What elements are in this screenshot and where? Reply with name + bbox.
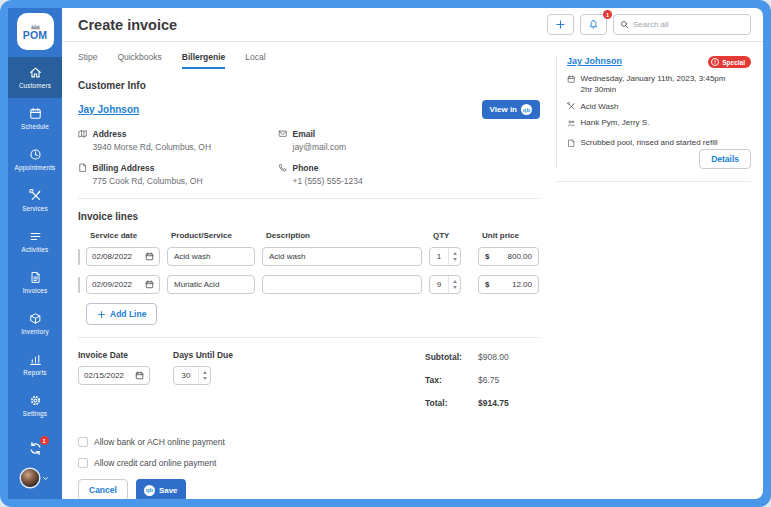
unit-price-input[interactable] (492, 252, 532, 261)
clock-icon (29, 148, 42, 161)
col-service-date: Service date (86, 231, 160, 240)
add-line-button[interactable]: Add Line (86, 303, 157, 325)
appointment-panel: Jay Johnson ! Special Wednesday, January… (556, 56, 751, 194)
tab-local[interactable]: Local (245, 52, 265, 69)
user-menu[interactable] (21, 469, 49, 487)
field-label: Billing Address (93, 163, 155, 173)
qty-spinner[interactable] (448, 248, 460, 265)
sidebar-bottom: 1 (21, 441, 49, 487)
credit-card-payment-checkbox[interactable] (78, 458, 88, 468)
qty-input[interactable] (430, 252, 448, 261)
tab-stipe[interactable]: Stipe (78, 52, 97, 69)
calendar-icon[interactable] (145, 252, 154, 261)
subtotal-row: Subtotal: $908.00 (425, 352, 540, 362)
ach-payment-checkbox[interactable] (78, 437, 88, 447)
sidebar-item-label: Customers (19, 82, 51, 89)
search-box (613, 14, 751, 35)
sidebar-item-customers[interactable]: Customers (8, 57, 62, 98)
unit-price-input[interactable] (492, 280, 532, 289)
sidebar-nav: Customers Schedule Appointments Services… (8, 57, 62, 426)
product-input[interactable] (174, 280, 248, 289)
invoice-line-row: $ (78, 275, 540, 294)
tab-billergenie[interactable]: Billergenie (182, 52, 225, 69)
calendar-icon[interactable] (145, 280, 154, 289)
tabs: Stipe Quickbooks Billergenie Local (78, 42, 540, 69)
divider (78, 337, 540, 338)
description-input[interactable] (269, 280, 415, 289)
appointment-customer-link[interactable]: Jay Johnson (567, 56, 622, 66)
product-field (167, 275, 255, 294)
qty-input[interactable] (430, 280, 448, 289)
view-in-quickbooks-button[interactable]: View in qb (482, 100, 540, 119)
search-input[interactable] (633, 20, 744, 29)
tab-quickbooks[interactable]: Quickbooks (117, 52, 161, 69)
appointment-duration: 2hr 30min (581, 85, 726, 96)
spinner-up-icon[interactable] (453, 280, 457, 283)
info-field-email: Email jay@mail.com (278, 129, 528, 152)
customer-name-link[interactable]: Jay Johnson (78, 104, 139, 115)
tools-icon (29, 189, 42, 202)
currency-symbol: $ (485, 280, 489, 289)
appointment-datetime: Wednesday, January 11th, 2023, 3:45pm (581, 74, 726, 85)
phone-icon (278, 163, 288, 173)
info-field-phone: Phone +1 (555) 555-1234 (278, 163, 528, 186)
sidebar-item-activities[interactable]: Activities (8, 221, 62, 262)
sidebar-item-schedule[interactable]: Schedule (8, 98, 62, 139)
map-icon (78, 129, 88, 139)
unit-price-field: $ (478, 247, 539, 266)
sidebar-item-reports[interactable]: Reports (8, 344, 62, 385)
currency-symbol: $ (485, 252, 489, 261)
add-line-label: Add Line (110, 309, 146, 319)
envelope-icon (278, 129, 288, 139)
cancel-button[interactable]: Cancel (78, 479, 128, 499)
days-spinner[interactable] (198, 367, 210, 384)
subtotal-label: Subtotal: (425, 352, 478, 362)
subtotal-value: $908.00 (478, 352, 509, 362)
calendar-icon (29, 107, 42, 120)
sidebar-item-appointments[interactable]: Appointments (8, 139, 62, 180)
tax-row: Tax: $6.75 (425, 375, 540, 385)
exclamation-icon: ! (711, 58, 719, 66)
total-row: Total: $914.75 (425, 398, 540, 408)
spinner-down-icon[interactable] (453, 258, 457, 261)
document-icon (78, 163, 88, 173)
unit-price-field: $ (478, 275, 539, 294)
details-button[interactable]: Details (699, 149, 751, 169)
invoice-lines-header: Service date Product/Service Description… (78, 231, 540, 240)
tax-value: $6.75 (478, 375, 499, 385)
sidebar-item-services[interactable]: Services (8, 180, 62, 221)
add-button[interactable] (547, 14, 574, 35)
total-label: Total: (425, 398, 478, 408)
page-title: Create invoice (78, 17, 177, 33)
sidebar-item-inventory[interactable]: Inventory (8, 303, 62, 344)
drag-handle[interactable] (78, 249, 86, 265)
field-value: 3940 Morse Rd, Columbus, OH (93, 142, 279, 152)
customer-row: Jay Johnson View in qb (78, 100, 540, 119)
spinner-down-icon[interactable] (203, 377, 207, 380)
service-date-input[interactable] (92, 280, 142, 289)
product-input[interactable] (174, 252, 248, 261)
description-input[interactable] (269, 252, 415, 261)
field-label: Phone (293, 163, 319, 173)
special-badge: ! Special (708, 56, 751, 68)
topbar-actions: 1 (547, 14, 751, 35)
spinner-down-icon[interactable] (453, 286, 457, 289)
notifications-button[interactable]: 1 (580, 14, 607, 35)
appointment-staff: Hank Pym, Jerry S. (581, 118, 650, 129)
invoice-meta-row: Invoice Date Days Until Due (78, 350, 540, 421)
sidebar-item-settings[interactable]: Settings (8, 385, 62, 426)
invoice-date-input[interactable] (84, 371, 132, 380)
sync-button[interactable]: 1 (28, 441, 43, 456)
logo-text: POM (23, 29, 48, 41)
sidebar-item-label: Reports (23, 369, 46, 376)
save-button[interactable]: qb Save (136, 479, 186, 499)
sidebar-item-invoices[interactable]: Invoices (8, 262, 62, 303)
drag-handle[interactable] (78, 277, 86, 293)
qty-spinner[interactable] (448, 276, 460, 293)
service-date-input[interactable] (92, 252, 142, 261)
app-logo[interactable]: POM (17, 13, 54, 50)
spinner-up-icon[interactable] (203, 371, 207, 374)
spinner-up-icon[interactable] (453, 252, 457, 255)
calendar-icon[interactable] (135, 371, 144, 380)
days-until-due-input[interactable] (174, 371, 198, 380)
